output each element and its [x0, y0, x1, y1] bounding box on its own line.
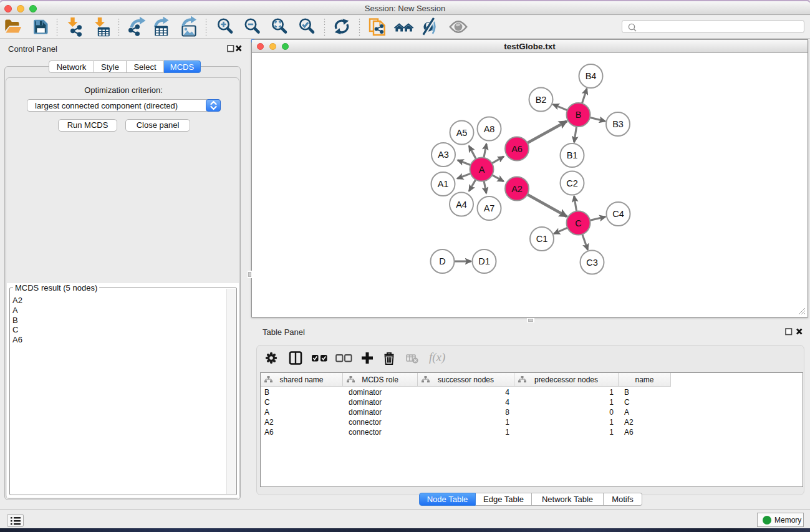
- svg-text:B4: B4: [586, 71, 597, 81]
- svg-text:C2: C2: [566, 178, 578, 188]
- svg-text:B1: B1: [567, 150, 578, 160]
- svg-text:C4: C4: [612, 209, 624, 219]
- svg-text:C1: C1: [536, 234, 548, 244]
- svg-text:A2: A2: [511, 184, 523, 194]
- svg-text:A: A: [479, 165, 485, 175]
- svg-text:A4: A4: [456, 200, 467, 210]
- svg-text:A8: A8: [484, 124, 495, 134]
- svg-text:C3: C3: [586, 258, 598, 268]
- svg-text:A6: A6: [511, 144, 523, 154]
- svg-text:B: B: [576, 110, 582, 120]
- svg-text:A1: A1: [438, 179, 449, 189]
- svg-text:D: D: [439, 256, 445, 266]
- svg-text:C: C: [575, 218, 581, 228]
- svg-text:A3: A3: [438, 150, 449, 160]
- svg-text:A5: A5: [456, 128, 468, 138]
- svg-text:A7: A7: [484, 203, 495, 213]
- svg-text:D1: D1: [478, 256, 490, 266]
- svg-text:B2: B2: [536, 95, 547, 105]
- svg-text:B3: B3: [612, 119, 624, 129]
